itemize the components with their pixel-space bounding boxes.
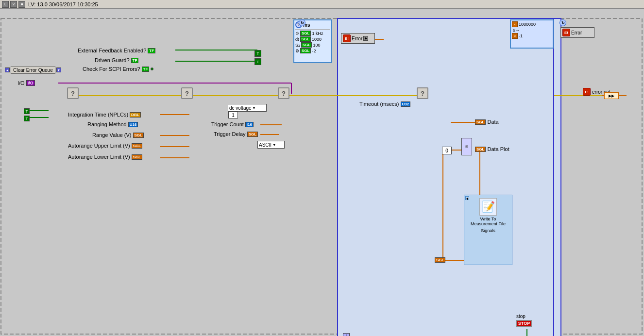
wtmf-top-connector: ◆ bbox=[465, 196, 469, 200]
autorange-lower-label: Autorange Lower Limit (V) bbox=[68, 154, 130, 160]
resource-badge: I/O bbox=[26, 80, 35, 86]
numeric-val-2: -- bbox=[516, 28, 519, 33]
minus-badge: SGL bbox=[300, 48, 311, 53]
error-node-left: E! Error ▶ bbox=[341, 33, 375, 44]
range-value-row: Range Value (V) SGL bbox=[92, 132, 144, 138]
autorange-lower-badge: SGL bbox=[132, 154, 142, 160]
integration-time-badge: DBL bbox=[130, 112, 140, 118]
dt-label: dt bbox=[295, 37, 299, 42]
file-write-icon: 📝 bbox=[482, 201, 495, 213]
driven-guard-label: Driven Guard? bbox=[95, 57, 130, 63]
multiply-icon: × bbox=[512, 21, 518, 27]
trigger-delay-row: Trigger Delay SGL bbox=[214, 131, 258, 137]
data-label: Data bbox=[487, 119, 498, 125]
data-row: SGL Data bbox=[475, 119, 499, 125]
data-plot-badge: SGL bbox=[475, 147, 486, 152]
t-indicator-2: T bbox=[254, 58, 261, 65]
error-out-icon: E! bbox=[583, 88, 591, 96]
ge-label: ≥ bbox=[513, 28, 515, 33]
external-feedback-label: External Feedback Enabled? bbox=[78, 48, 146, 53]
q-node-2: ? bbox=[181, 87, 193, 99]
app-icon-1: L bbox=[2, 1, 9, 8]
error-arrow-left: ▶ bbox=[363, 36, 368, 41]
title-bar: L V ■ LV: 13.0 30/06/2017 10:30:25 bbox=[0, 0, 644, 9]
ranging-method-badge: U16 bbox=[128, 122, 138, 127]
driven-guard-badge: TF bbox=[131, 58, 139, 63]
autorange-upper-row: Autorange Upper Limit (V) SGL bbox=[68, 143, 142, 149]
freq-val: 1 kHz bbox=[312, 31, 323, 36]
scpi-dot bbox=[151, 67, 153, 70]
ranging-method-label: Ranging Method bbox=[87, 121, 127, 127]
freq-badge: SGL bbox=[300, 31, 311, 36]
external-feedback-row: External Feedback Enabled? TF bbox=[78, 48, 155, 53]
check-scpi-row: Check For SCPI Errors? TF bbox=[83, 66, 153, 72]
stop-label: stop bbox=[516, 314, 525, 319]
signals-input-row: SGL bbox=[435, 257, 445, 263]
dc-voltage-dropdown[interactable]: dc voltage bbox=[228, 104, 267, 112]
error-icon-left: E! bbox=[343, 34, 351, 42]
main-canvas: ◄ Clear Error Queue ▼ I/O I/O T T Extern… bbox=[0, 9, 644, 336]
svg-rect-1 bbox=[338, 18, 561, 336]
t-block-1: T bbox=[24, 108, 30, 114]
trigger-delay-badge: SGL bbox=[247, 132, 258, 137]
value-one: 1 bbox=[228, 112, 238, 118]
array-icon: ⊞ bbox=[465, 145, 468, 149]
signals-row: Signals bbox=[466, 228, 510, 233]
q-node-3: ? bbox=[278, 87, 289, 99]
error-out-arrow: ▶▶ bbox=[604, 92, 619, 99]
ranging-method-row: Ranging Method U16 bbox=[87, 121, 138, 127]
trigger-count-row: Trigger Count I16 bbox=[211, 121, 254, 127]
t-indicator-1: T bbox=[254, 50, 261, 57]
loop-count-badge-left: ↻ bbox=[299, 19, 305, 26]
freq-icon-label: ⚙ bbox=[295, 31, 299, 36]
s2-val: 100 bbox=[313, 43, 320, 48]
ascii-dropdown[interactable]: ASCII bbox=[257, 141, 285, 149]
q-node-1: ? bbox=[67, 87, 79, 99]
trigger-count-label: Trigger Count bbox=[211, 121, 244, 127]
wtmf-icon: 📝 bbox=[479, 198, 497, 216]
autorange-upper-badge: SGL bbox=[132, 143, 142, 149]
t-block-2: T bbox=[24, 116, 30, 121]
autorange-lower-row: Autorange Lower Limit (V) SGL bbox=[68, 154, 142, 160]
range-value-badge: SGL bbox=[133, 133, 144, 138]
minus-label: ⚙ bbox=[295, 49, 299, 53]
resource-label: I/O bbox=[17, 80, 25, 86]
signals-input-badge: SGL bbox=[435, 257, 445, 263]
s2-label: S₂ bbox=[295, 43, 300, 48]
data-plot-label: Data Plot bbox=[487, 146, 509, 152]
clear-error-queue-button[interactable]: Clear Error Queue bbox=[11, 66, 55, 74]
numeric-val-1: 1080000 bbox=[519, 22, 536, 27]
trigger-count-badge: I16 bbox=[245, 122, 254, 127]
timing-block: ↻ ms ⚙ SGL 1 kHz dt SGL 1000 S₂ SGL 100 … bbox=[293, 19, 332, 63]
data-plot-row: SGL Data Plot bbox=[475, 146, 509, 152]
timeout-label: Timeout (msecs) bbox=[359, 101, 399, 107]
integration-time-label: Integration Time (NPLCs) bbox=[68, 112, 128, 118]
trigger-delay-label: Trigger Delay bbox=[214, 131, 246, 137]
error-node-right: E! Error bbox=[560, 27, 594, 38]
x-icon: × bbox=[512, 33, 518, 39]
dt-val: 1000 bbox=[312, 37, 322, 42]
s2-badge: SGL bbox=[301, 42, 312, 48]
zero-display: 0 bbox=[442, 147, 452, 154]
wtmf-label: Write To Measurement File bbox=[466, 217, 510, 226]
integration-time-row: Integration Time (NPLCs) DBL bbox=[68, 112, 141, 118]
external-feedback-badge: TF bbox=[148, 48, 155, 53]
q-node-4: ? bbox=[417, 87, 428, 99]
stop-button[interactable]: STOP bbox=[516, 320, 532, 327]
autorange-upper-label: Autorange Upper Limit (V) bbox=[68, 143, 130, 149]
title-text: LV: 13.0 30/06/2017 10:30:25 bbox=[28, 1, 98, 7]
write-to-measurement-file-block: ◆ 📝 Write To Measurement File Signals bbox=[464, 195, 512, 265]
range-value-label: Range Value (V) bbox=[92, 132, 132, 138]
app-icon-3: ■ bbox=[18, 1, 25, 8]
info-tag: i bbox=[343, 333, 350, 336]
array-node: ⊞ bbox=[461, 138, 472, 155]
timeout-badge: U32 bbox=[401, 101, 411, 107]
error-label-right: Error bbox=[571, 30, 582, 35]
dt-badge: SGL bbox=[300, 36, 311, 42]
error-label-left: Error bbox=[352, 36, 362, 41]
driven-guard-row: Driven Guard? TF bbox=[95, 57, 138, 63]
app-icon-2: V bbox=[10, 1, 17, 8]
clear-error-queue-arrow2[interactable]: ▼ bbox=[56, 67, 61, 72]
resource-row: I/O I/O bbox=[17, 80, 35, 86]
clear-error-queue-arrow[interactable]: ◄ bbox=[5, 67, 10, 72]
